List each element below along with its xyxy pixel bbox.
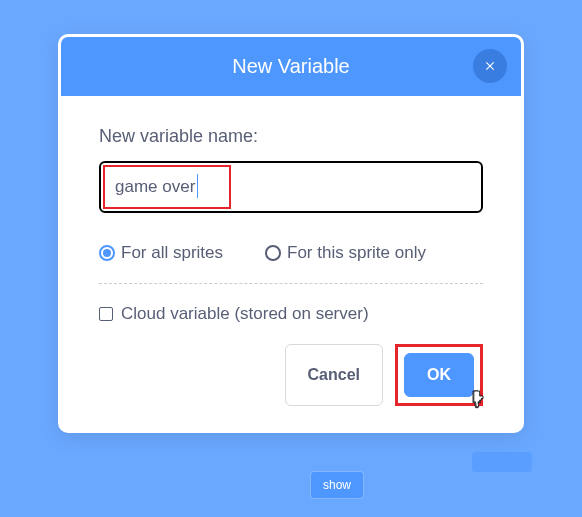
- radio-icon: [265, 245, 281, 261]
- radio-all-sprites[interactable]: For all sprites: [99, 243, 223, 263]
- variable-name-label: New variable name:: [99, 126, 483, 147]
- radio-this-sprite-label: For this sprite only: [287, 243, 426, 263]
- variable-name-input[interactable]: [101, 163, 481, 211]
- bg-block: [472, 452, 532, 472]
- button-row: Cancel OK: [99, 344, 483, 406]
- radio-all-sprites-label: For all sprites: [121, 243, 223, 263]
- scope-radio-group: For all sprites For this sprite only: [99, 243, 483, 263]
- close-button[interactable]: [473, 49, 507, 83]
- radio-icon: [99, 245, 115, 261]
- new-variable-modal: New Variable New variable name: For all …: [58, 34, 524, 433]
- modal-header: New Variable: [61, 37, 521, 96]
- modal-title: New Variable: [232, 55, 349, 77]
- cancel-button[interactable]: Cancel: [285, 344, 383, 406]
- cloud-variable-option[interactable]: Cloud variable (stored on server): [99, 304, 483, 324]
- radio-this-sprite[interactable]: For this sprite only: [265, 243, 426, 263]
- bg-show-block: show: [310, 471, 364, 499]
- cloud-variable-label: Cloud variable (stored on server): [121, 304, 369, 324]
- variable-name-input-wrap: [99, 161, 483, 213]
- divider: [99, 283, 483, 284]
- close-icon: [483, 59, 497, 73]
- checkbox-icon: [99, 307, 113, 321]
- ok-highlight-box: OK: [395, 344, 483, 406]
- ok-button[interactable]: OK: [404, 353, 474, 397]
- modal-body: New variable name: For all sprites For t…: [61, 96, 521, 430]
